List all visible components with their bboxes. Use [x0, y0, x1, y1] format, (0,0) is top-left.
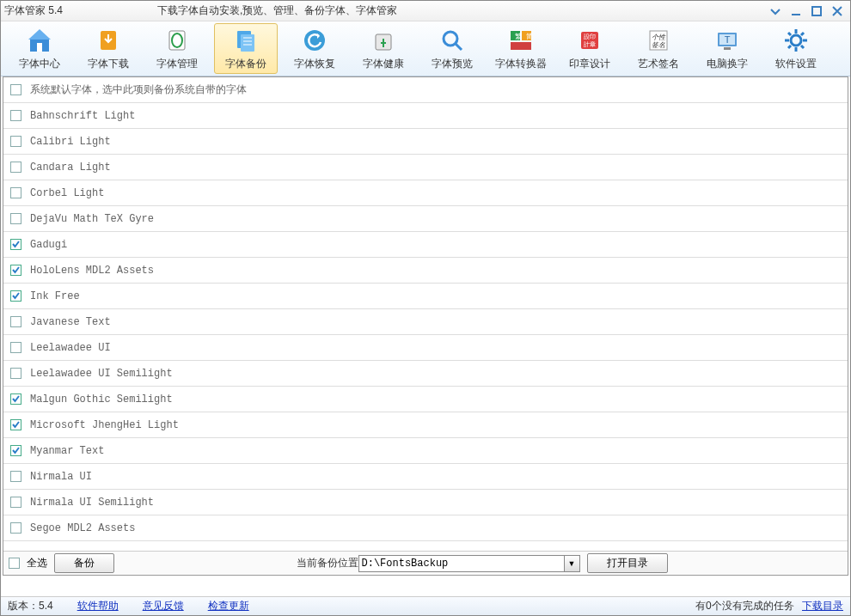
toolbar-home[interactable]: 字体中心 [8, 23, 71, 74]
manage-icon [162, 26, 192, 55]
font-list[interactable]: 系统默认字体，选中此项则备份系统自带的字体Bahnschrift LightCa… [3, 77, 848, 551]
toolbar-label: 字体预览 [432, 57, 473, 71]
font-row[interactable]: Gadugi [3, 232, 848, 258]
font-row[interactable]: Ink Free [3, 284, 848, 309]
font-checkbox[interactable] [10, 162, 21, 173]
stamp-icon: 設印計章 [575, 26, 604, 55]
font-checkbox[interactable] [10, 522, 21, 534]
font-row[interactable]: 系统默认字体，选中此项则备份系统自带的字体 [3, 77, 848, 103]
font-name: Bahnschrift Light [30, 110, 135, 122]
dropdown-icon[interactable] [766, 3, 785, 19]
font-checkbox[interactable] [10, 213, 21, 224]
svg-rect-18 [511, 42, 531, 50]
font-row[interactable]: Corbel Light [3, 180, 848, 206]
font-checkbox[interactable] [10, 136, 21, 147]
update-link[interactable]: 检查更新 [208, 599, 249, 613]
toolbar-label: 字体备份 [225, 57, 266, 71]
font-checkbox[interactable] [10, 497, 21, 508]
font-row[interactable]: Candara Light [3, 155, 848, 180]
font-name: Nirmala UI [30, 471, 92, 483]
svg-line-36 [788, 33, 791, 35]
toolbar-signature[interactable]: 个性签名艺术签名 [627, 23, 690, 74]
font-row[interactable]: Javanese Text [3, 309, 848, 335]
open-dir-button[interactable]: 打开目录 [587, 553, 668, 573]
font-row[interactable]: Leelawadee UI Semilight [3, 361, 848, 387]
font-name: Nirmala UI Semilight [30, 497, 154, 509]
toolbar: 字体中心字体下载字体管理字体备份字体恢复字体健康字体预览繁简字体转换器設印計章印… [1, 21, 850, 76]
font-checkbox[interactable] [10, 110, 21, 121]
feedback-link[interactable]: 意见反馈 [143, 599, 184, 613]
computer-font-icon: T [713, 26, 742, 55]
toolbar-label: 字体健康 [363, 57, 404, 71]
toolbar-health[interactable]: 字体健康 [352, 23, 415, 74]
font-name: Candara Light [30, 162, 111, 174]
font-checkbox[interactable] [10, 419, 21, 430]
close-icon[interactable] [828, 3, 847, 19]
font-name: Ink Free [30, 290, 80, 302]
font-row[interactable]: Nirmala UI [3, 464, 848, 490]
toolbar-backup[interactable]: 字体备份 [214, 23, 278, 74]
font-name: Javanese Text [30, 316, 111, 328]
font-checkbox[interactable] [10, 265, 21, 276]
font-checkbox[interactable] [10, 342, 21, 353]
minimize-icon[interactable] [787, 3, 805, 19]
select-all-checkbox[interactable] [9, 558, 20, 569]
font-row[interactable]: Leelawadee UI [3, 335, 848, 361]
toolbar-stamp[interactable]: 設印計章印章设计 [558, 23, 621, 74]
toolbar-preview[interactable]: 字体预览 [420, 23, 484, 74]
download-icon [94, 26, 123, 55]
font-checkbox[interactable] [10, 316, 21, 327]
svg-rect-1 [812, 7, 821, 15]
select-all-label: 全选 [27, 556, 47, 570]
svg-rect-3 [37, 43, 42, 52]
font-row[interactable]: DejaVu Math TeX Gyre [3, 206, 848, 232]
toolbar-convert[interactable]: 繁简字体转换器 [489, 23, 553, 74]
font-checkbox[interactable] [10, 471, 21, 482]
toolbar-label: 字体管理 [156, 57, 198, 71]
toolbar-label: 字体转换器 [495, 57, 547, 71]
path-dropdown-icon[interactable]: ▼ [565, 555, 580, 572]
preview-icon [438, 26, 467, 55]
font-name: 系统默认字体，选中此项则备份系统自带的字体 [30, 82, 247, 97]
font-row[interactable]: Nirmala UI Semilight [3, 490, 848, 515]
font-row[interactable]: Microsoft JhengHei Light [3, 412, 848, 438]
toolbar-label: 电脑换字 [707, 57, 748, 71]
font-name: Calibri Light [30, 136, 111, 148]
font-checkbox[interactable] [10, 84, 21, 95]
toolbar-download[interactable]: 字体下载 [77, 23, 140, 74]
toolbar-restore[interactable]: 字体恢复 [283, 23, 346, 74]
font-checkbox[interactable] [10, 393, 21, 405]
font-name: Malgun Gothic Semilight [30, 393, 173, 406]
font-row[interactable]: Bahnschrift Light [3, 103, 848, 129]
home-icon [25, 26, 54, 55]
font-row[interactable]: Segoe MDL2 Assets [3, 515, 848, 541]
download-dir-link[interactable]: 下载目录 [802, 600, 843, 612]
font-row[interactable]: Malgun Gothic Semilight [3, 387, 848, 412]
font-checkbox[interactable] [10, 368, 21, 379]
help-link[interactable]: 软件帮助 [77, 599, 119, 613]
toolbar-settings[interactable]: 软件设置 [764, 23, 828, 74]
svg-rect-8 [241, 34, 254, 52]
toolbar-label: 字体中心 [19, 57, 60, 71]
font-name: Microsoft JhengHei Light [30, 419, 179, 431]
toolbar-label: 字体下载 [88, 57, 129, 71]
svg-text:简: 简 [526, 33, 533, 40]
backup-path-input[interactable] [358, 555, 565, 572]
backup-button[interactable]: 备份 [54, 553, 114, 573]
toolbar-computer-font[interactable]: T电脑换字 [695, 23, 759, 74]
restore-icon [300, 26, 329, 55]
font-checkbox[interactable] [10, 445, 21, 456]
maximize-icon[interactable] [807, 3, 826, 19]
toolbar-manage[interactable]: 字体管理 [145, 23, 209, 74]
toolbar-label: 软件设置 [775, 57, 817, 71]
font-checkbox[interactable] [10, 187, 21, 198]
signature-icon: 个性签名 [644, 26, 673, 55]
font-row[interactable]: HoloLens MDL2 Assets [3, 258, 848, 284]
font-row[interactable]: Calibri Light [3, 129, 848, 155]
settings-icon [781, 26, 811, 55]
svg-line-39 [801, 33, 804, 35]
font-row[interactable]: Myanmar Text [3, 438, 848, 464]
main-area: 系统默认字体，选中此项则备份系统自带的字体Bahnschrift LightCa… [3, 76, 848, 576]
font-checkbox[interactable] [10, 290, 21, 302]
font-checkbox[interactable] [10, 239, 21, 250]
